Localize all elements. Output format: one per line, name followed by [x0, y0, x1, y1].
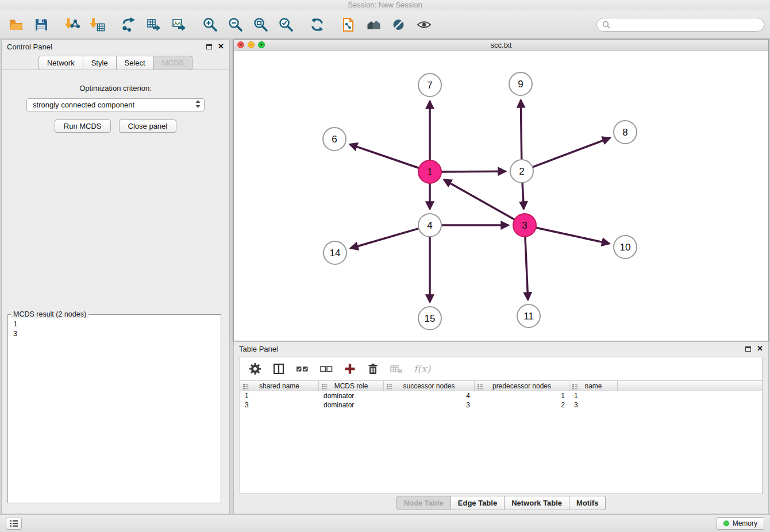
graph-edge-3-10[interactable]: [536, 228, 610, 244]
function-builder-button[interactable]: f(x): [414, 363, 430, 375]
column-header-label: MCDS role: [334, 382, 368, 390]
delete-table-button[interactable]: [390, 363, 403, 375]
graph-node-1[interactable]: 1: [418, 160, 441, 183]
task-history-button[interactable]: [6, 518, 22, 530]
column-header-shared-name[interactable]: shared name: [240, 381, 319, 391]
search-input[interactable]: [613, 20, 759, 29]
optimization-criterion-value: strongly connected component: [33, 101, 134, 109]
tab-mcds[interactable]: MCDS: [154, 56, 192, 70]
minimize-window-icon[interactable]: −: [248, 41, 255, 48]
export-image-button[interactable]: [169, 14, 190, 35]
table-cell: 2: [475, 401, 569, 409]
zoom-in-button[interactable]: [200, 14, 221, 35]
column-header-label: shared name: [259, 382, 299, 390]
control-panel-title: Control Panel: [7, 43, 52, 51]
graph-node-11[interactable]: 11: [517, 304, 540, 327]
select-all-columns-button[interactable]: [295, 363, 309, 375]
column-header-predecessor-nodes[interactable]: predecessor nodes: [475, 381, 569, 391]
graph-node-7[interactable]: 7: [418, 74, 441, 97]
float-table-panel-icon[interactable]: [745, 346, 751, 352]
home-button[interactable]: [363, 14, 384, 35]
table-panel: Table Panel ✕: [233, 341, 769, 514]
delete-column-button[interactable]: [367, 363, 379, 375]
export-image-icon: [171, 17, 187, 33]
column-header-name[interactable]: name: [569, 381, 618, 391]
file-tool-group: [6, 14, 52, 35]
import-table-button[interactable]: [87, 14, 108, 35]
column-header-MCDS-role[interactable]: MCDS role: [319, 381, 384, 391]
tab-edge-table[interactable]: Edge Table: [451, 496, 505, 510]
graphics-details-button[interactable]: [388, 14, 409, 35]
graph-node-8[interactable]: 8: [614, 121, 637, 144]
maximize-window-icon[interactable]: +: [258, 41, 265, 48]
import-network-button[interactable]: [62, 14, 83, 35]
close-window-icon[interactable]: ✕: [237, 41, 244, 48]
window-titlebar: Session: New Session: [0, 0, 770, 10]
mcds-result-title: MCDS result (2 nodes): [11, 310, 88, 318]
column-header-successor-nodes[interactable]: successor nodes: [384, 381, 475, 391]
graph-node-3[interactable]: 3: [513, 214, 536, 237]
apply-layout-button[interactable]: [307, 14, 328, 35]
show-hide-button[interactable]: [414, 14, 434, 35]
table-header-row: shared nameMCDS rolesuccessor nodesprede…: [240, 380, 762, 391]
search-box: [596, 18, 764, 32]
table-cell: 1: [569, 392, 618, 400]
optimization-criterion-select[interactable]: strongly connected component: [26, 98, 205, 111]
open-session-button[interactable]: [6, 14, 26, 35]
zoom-selected-button[interactable]: [276, 14, 297, 35]
run-mcds-button[interactable]: Run MCDS: [55, 119, 111, 133]
save-session-button[interactable]: [31, 14, 52, 35]
export-table-button[interactable]: [144, 14, 164, 35]
graph-edge-2-8[interactable]: [533, 138, 610, 167]
graph-node-2[interactable]: 2: [510, 160, 533, 183]
network-from-file-button[interactable]: [338, 14, 359, 35]
tab-select[interactable]: Select: [117, 56, 154, 70]
mcds-panel: Optimization criterion: strongly connect…: [2, 70, 229, 514]
tab-network[interactable]: Network: [38, 56, 83, 70]
zoom-fit-button[interactable]: [251, 14, 271, 35]
graph-node-4[interactable]: 4: [418, 214, 441, 237]
view-tool-group: [338, 14, 434, 35]
table-row[interactable]: 1dominator411: [240, 391, 762, 400]
zoom-out-button[interactable]: [225, 14, 246, 35]
graph-edge-4-14[interactable]: [351, 229, 419, 249]
tab-style[interactable]: Style: [83, 56, 117, 70]
tab-node-table[interactable]: Node Table: [396, 496, 451, 510]
close-table-panel-icon[interactable]: ✕: [757, 345, 763, 352]
tab-network-table[interactable]: Network Table: [505, 496, 569, 510]
column-sort-icon: [321, 383, 328, 390]
create-column-button[interactable]: [344, 363, 356, 375]
graph-node-15[interactable]: 15: [418, 307, 441, 330]
graph-node-10[interactable]: 10: [614, 236, 637, 259]
network-view-window: ✕ − + scc.txt 7968124314101511: [233, 39, 769, 341]
column-header-label: name: [584, 382, 602, 390]
graph-edge-3-11[interactable]: [525, 237, 528, 300]
graph-edge-2-9[interactable]: [521, 100, 521, 160]
svg-text:7: 7: [427, 80, 432, 91]
trash-icon: [367, 363, 379, 375]
refresh-tool-group: [307, 14, 328, 35]
network-canvas[interactable]: 7968124314101511: [234, 51, 768, 341]
mcds-result-box: MCDS result (2 nodes) 13: [7, 314, 221, 503]
table-row[interactable]: 3dominator323: [240, 400, 762, 410]
deselect-all-columns-button[interactable]: [319, 363, 333, 375]
table-settings-button[interactable]: [248, 362, 262, 376]
svg-text:11: 11: [523, 311, 534, 322]
memory-button[interactable]: Memory: [717, 517, 764, 530]
graph-node-14[interactable]: 14: [324, 241, 346, 264]
tab-motifs[interactable]: Motifs: [569, 496, 606, 510]
show-columns-button[interactable]: [272, 363, 285, 375]
close-panel-icon[interactable]: ✕: [218, 43, 224, 50]
graph-edge-3-1[interactable]: [444, 180, 514, 220]
table-toolbar: f(x): [240, 357, 762, 380]
export-network-button[interactable]: [118, 14, 139, 35]
graph-edge-2-3[interactable]: [522, 183, 523, 209]
close-panel-button[interactable]: Close panel: [119, 119, 177, 133]
status-bar: Memory: [0, 514, 770, 532]
float-panel-icon[interactable]: [206, 44, 212, 49]
table-cell: 1: [240, 392, 319, 400]
graph-node-6[interactable]: 6: [323, 128, 346, 151]
graph-edge-1-2[interactable]: [441, 171, 506, 172]
graph-edge-1-6[interactable]: [350, 144, 419, 168]
graph-node-9[interactable]: 9: [509, 72, 532, 95]
